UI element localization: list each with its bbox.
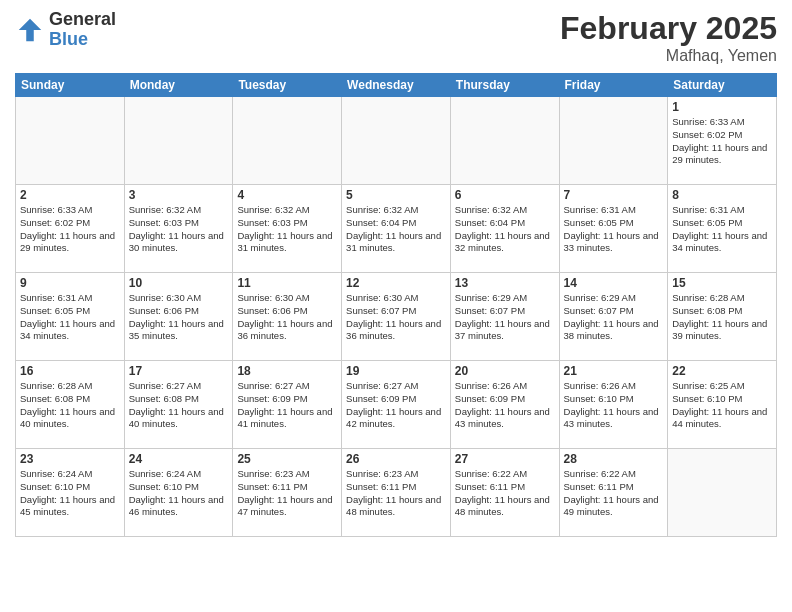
day-number: 9: [20, 276, 120, 290]
day-cell: 26Sunrise: 6:23 AM Sunset: 6:11 PM Dayli…: [342, 449, 451, 537]
day-info: Sunrise: 6:22 AM Sunset: 6:11 PM Dayligh…: [564, 468, 664, 519]
day-number: 27: [455, 452, 555, 466]
weekday-thursday: Thursday: [450, 74, 559, 97]
day-cell: 6Sunrise: 6:32 AM Sunset: 6:04 PM Daylig…: [450, 185, 559, 273]
week-row-4: 16Sunrise: 6:28 AM Sunset: 6:08 PM Dayli…: [16, 361, 777, 449]
page: General Blue February 2025 Mafhaq, Yemen…: [0, 0, 792, 612]
calendar-header: SundayMondayTuesdayWednesdayThursdayFrid…: [16, 74, 777, 97]
day-info: Sunrise: 6:29 AM Sunset: 6:07 PM Dayligh…: [564, 292, 664, 343]
weekday-tuesday: Tuesday: [233, 74, 342, 97]
day-cell: 21Sunrise: 6:26 AM Sunset: 6:10 PM Dayli…: [559, 361, 668, 449]
day-number: 20: [455, 364, 555, 378]
weekday-sunday: Sunday: [16, 74, 125, 97]
day-number: 11: [237, 276, 337, 290]
day-number: 10: [129, 276, 229, 290]
day-info: Sunrise: 6:28 AM Sunset: 6:08 PM Dayligh…: [672, 292, 772, 343]
day-info: Sunrise: 6:33 AM Sunset: 6:02 PM Dayligh…: [672, 116, 772, 167]
month-year: February 2025: [560, 10, 777, 47]
day-info: Sunrise: 6:31 AM Sunset: 6:05 PM Dayligh…: [20, 292, 120, 343]
day-cell: 7Sunrise: 6:31 AM Sunset: 6:05 PM Daylig…: [559, 185, 668, 273]
weekday-saturday: Saturday: [668, 74, 777, 97]
day-number: 22: [672, 364, 772, 378]
calendar-body: 1Sunrise: 6:33 AM Sunset: 6:02 PM Daylig…: [16, 97, 777, 537]
day-cell: 15Sunrise: 6:28 AM Sunset: 6:08 PM Dayli…: [668, 273, 777, 361]
day-cell: 4Sunrise: 6:32 AM Sunset: 6:03 PM Daylig…: [233, 185, 342, 273]
weekday-friday: Friday: [559, 74, 668, 97]
day-cell: 10Sunrise: 6:30 AM Sunset: 6:06 PM Dayli…: [124, 273, 233, 361]
day-number: 8: [672, 188, 772, 202]
day-number: 12: [346, 276, 446, 290]
day-info: Sunrise: 6:28 AM Sunset: 6:08 PM Dayligh…: [20, 380, 120, 431]
day-cell: [668, 449, 777, 537]
day-info: Sunrise: 6:24 AM Sunset: 6:10 PM Dayligh…: [129, 468, 229, 519]
logo-text: General Blue: [49, 10, 116, 50]
day-info: Sunrise: 6:23 AM Sunset: 6:11 PM Dayligh…: [346, 468, 446, 519]
day-cell: 11Sunrise: 6:30 AM Sunset: 6:06 PM Dayli…: [233, 273, 342, 361]
day-info: Sunrise: 6:32 AM Sunset: 6:04 PM Dayligh…: [455, 204, 555, 255]
day-info: Sunrise: 6:30 AM Sunset: 6:07 PM Dayligh…: [346, 292, 446, 343]
day-info: Sunrise: 6:23 AM Sunset: 6:11 PM Dayligh…: [237, 468, 337, 519]
day-info: Sunrise: 6:29 AM Sunset: 6:07 PM Dayligh…: [455, 292, 555, 343]
day-cell: [450, 97, 559, 185]
day-cell: 1Sunrise: 6:33 AM Sunset: 6:02 PM Daylig…: [668, 97, 777, 185]
day-number: 6: [455, 188, 555, 202]
day-number: 17: [129, 364, 229, 378]
day-cell: 28Sunrise: 6:22 AM Sunset: 6:11 PM Dayli…: [559, 449, 668, 537]
week-row-5: 23Sunrise: 6:24 AM Sunset: 6:10 PM Dayli…: [16, 449, 777, 537]
day-cell: 24Sunrise: 6:24 AM Sunset: 6:10 PM Dayli…: [124, 449, 233, 537]
day-info: Sunrise: 6:33 AM Sunset: 6:02 PM Dayligh…: [20, 204, 120, 255]
day-info: Sunrise: 6:26 AM Sunset: 6:09 PM Dayligh…: [455, 380, 555, 431]
title-area: February 2025 Mafhaq, Yemen: [560, 10, 777, 65]
day-number: 4: [237, 188, 337, 202]
day-number: 3: [129, 188, 229, 202]
day-info: Sunrise: 6:32 AM Sunset: 6:04 PM Dayligh…: [346, 204, 446, 255]
header: General Blue February 2025 Mafhaq, Yemen: [15, 10, 777, 65]
day-cell: [16, 97, 125, 185]
day-number: 7: [564, 188, 664, 202]
day-info: Sunrise: 6:30 AM Sunset: 6:06 PM Dayligh…: [237, 292, 337, 343]
day-info: Sunrise: 6:32 AM Sunset: 6:03 PM Dayligh…: [129, 204, 229, 255]
day-cell: 12Sunrise: 6:30 AM Sunset: 6:07 PM Dayli…: [342, 273, 451, 361]
location: Mafhaq, Yemen: [560, 47, 777, 65]
day-number: 14: [564, 276, 664, 290]
day-cell: [559, 97, 668, 185]
day-info: Sunrise: 6:31 AM Sunset: 6:05 PM Dayligh…: [672, 204, 772, 255]
day-number: 19: [346, 364, 446, 378]
weekday-monday: Monday: [124, 74, 233, 97]
day-info: Sunrise: 6:26 AM Sunset: 6:10 PM Dayligh…: [564, 380, 664, 431]
day-number: 21: [564, 364, 664, 378]
day-info: Sunrise: 6:31 AM Sunset: 6:05 PM Dayligh…: [564, 204, 664, 255]
day-info: Sunrise: 6:27 AM Sunset: 6:09 PM Dayligh…: [346, 380, 446, 431]
day-info: Sunrise: 6:30 AM Sunset: 6:06 PM Dayligh…: [129, 292, 229, 343]
day-number: 23: [20, 452, 120, 466]
day-cell: 5Sunrise: 6:32 AM Sunset: 6:04 PM Daylig…: [342, 185, 451, 273]
day-number: 25: [237, 452, 337, 466]
day-cell: 22Sunrise: 6:25 AM Sunset: 6:10 PM Dayli…: [668, 361, 777, 449]
day-cell: 17Sunrise: 6:27 AM Sunset: 6:08 PM Dayli…: [124, 361, 233, 449]
day-info: Sunrise: 6:27 AM Sunset: 6:08 PM Dayligh…: [129, 380, 229, 431]
day-info: Sunrise: 6:25 AM Sunset: 6:10 PM Dayligh…: [672, 380, 772, 431]
day-cell: 16Sunrise: 6:28 AM Sunset: 6:08 PM Dayli…: [16, 361, 125, 449]
day-number: 26: [346, 452, 446, 466]
week-row-3: 9Sunrise: 6:31 AM Sunset: 6:05 PM Daylig…: [16, 273, 777, 361]
logo: General Blue: [15, 10, 116, 50]
day-number: 18: [237, 364, 337, 378]
calendar: SundayMondayTuesdayWednesdayThursdayFrid…: [15, 73, 777, 537]
day-cell: 25Sunrise: 6:23 AM Sunset: 6:11 PM Dayli…: [233, 449, 342, 537]
weekday-row: SundayMondayTuesdayWednesdayThursdayFrid…: [16, 74, 777, 97]
day-cell: 20Sunrise: 6:26 AM Sunset: 6:09 PM Dayli…: [450, 361, 559, 449]
logo-general-label: General: [49, 10, 116, 30]
day-number: 16: [20, 364, 120, 378]
day-cell: 18Sunrise: 6:27 AM Sunset: 6:09 PM Dayli…: [233, 361, 342, 449]
day-info: Sunrise: 6:27 AM Sunset: 6:09 PM Dayligh…: [237, 380, 337, 431]
day-cell: 9Sunrise: 6:31 AM Sunset: 6:05 PM Daylig…: [16, 273, 125, 361]
day-number: 1: [672, 100, 772, 114]
day-info: Sunrise: 6:32 AM Sunset: 6:03 PM Dayligh…: [237, 204, 337, 255]
day-number: 28: [564, 452, 664, 466]
day-cell: 13Sunrise: 6:29 AM Sunset: 6:07 PM Dayli…: [450, 273, 559, 361]
day-number: 24: [129, 452, 229, 466]
day-cell: 27Sunrise: 6:22 AM Sunset: 6:11 PM Dayli…: [450, 449, 559, 537]
day-cell: [342, 97, 451, 185]
day-number: 5: [346, 188, 446, 202]
day-number: 13: [455, 276, 555, 290]
